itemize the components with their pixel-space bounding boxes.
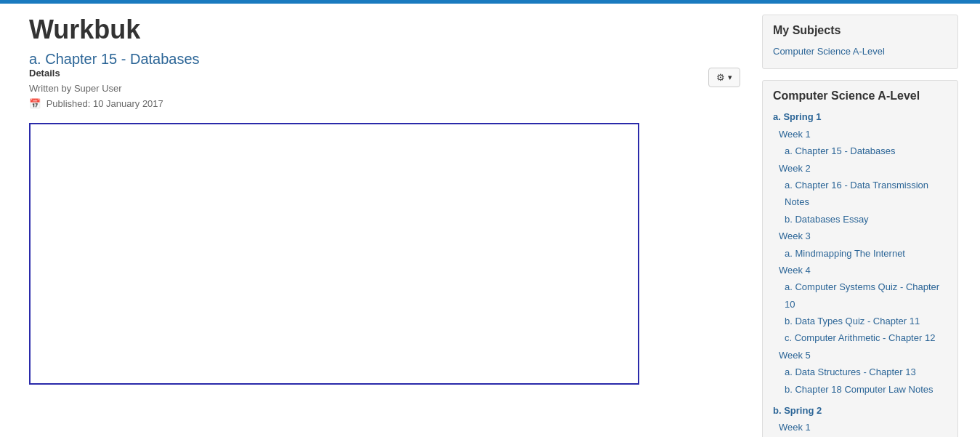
toc-week[interactable]: Week 5 (773, 347, 947, 364)
site-title: Wurkbuk (29, 15, 740, 45)
details-meta: Written by Super User 📅 Published: 10 Ja… (29, 81, 740, 112)
toc-item[interactable]: b. Databases Essay (773, 211, 947, 228)
toc-item[interactable]: b. Chapter 18 Computer Law Notes (773, 381, 947, 398)
toc-item[interactable]: a. Chapter 15 - Databases (773, 143, 947, 159)
toc-group[interactable]: a. Spring 1 (773, 108, 947, 125)
toc-week[interactable]: Week 2 (773, 160, 947, 177)
toc-item[interactable]: a. Computer Systems Quiz - Chapter 10 (773, 278, 947, 313)
author-text: Written by Super User (29, 81, 740, 97)
course-title: Computer Science A-Level (773, 89, 947, 103)
details-section: Details Written by Super User 📅 Publishe… (29, 68, 740, 112)
toc-group[interactable]: b. Spring 2 (773, 402, 947, 419)
details-label: Details (29, 68, 60, 79)
dropdown-arrow: ▾ (728, 73, 732, 82)
published-text: 📅 Published: 10 January 2017 (29, 97, 740, 112)
gear-icon: ⚙ (716, 72, 725, 83)
my-subjects-title: My Subjects (773, 24, 947, 37)
toc-item[interactable]: c. Computer Arithmetic - Chapter 12 (773, 329, 947, 346)
course-card: Computer Science A-Level a. Spring 1Week… (762, 80, 958, 437)
toc-week[interactable]: Week 3 (773, 228, 947, 244)
toc-week[interactable]: Week 4 (773, 262, 947, 278)
toc-item[interactable]: a. Mindmapping The Internet (773, 245, 947, 262)
page-title[interactable]: a. Chapter 15 - Databases (29, 51, 200, 67)
toc-week[interactable]: Week 1 (773, 419, 947, 436)
calendar-icon: 📅 (29, 97, 41, 112)
content-box (29, 123, 639, 385)
my-subjects-link[interactable]: Computer Science A-Level (773, 43, 947, 60)
toc-item[interactable]: a. Chapter 16 - Data Transmission Notes (773, 177, 947, 211)
details-row: Details Written by Super User 📅 Publishe… (29, 68, 740, 123)
main-content: Wurkbuk a. Chapter 15 - Databases Detail… (15, 4, 755, 437)
toc-item[interactable]: a. Data Structures - Chapter 13 (773, 364, 947, 380)
toc-item[interactable]: b. Data Types Quiz - Chapter 11 (773, 313, 947, 329)
sidebar: My Subjects Computer Science A-Level Com… (755, 4, 965, 437)
my-subjects-card: My Subjects Computer Science A-Level (762, 15, 958, 69)
toc-week[interactable]: Week 1 (773, 126, 947, 143)
toc-section: a. Spring 1Week 1a. Chapter 15 - Databas… (773, 108, 947, 437)
gear-button[interactable]: ⚙ ▾ (708, 68, 740, 87)
